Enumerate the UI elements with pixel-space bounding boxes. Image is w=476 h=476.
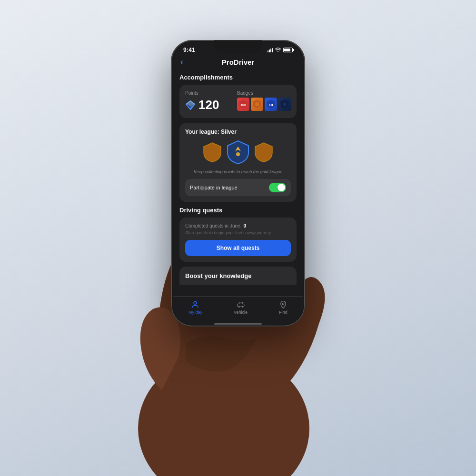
diamond-icon — [185, 100, 196, 110]
location-icon — [279, 300, 288, 309]
battery-icon — [283, 48, 293, 52]
phone-screen: 9:41 — [173, 42, 303, 325]
badge-item: 10 — [265, 98, 277, 111]
svg-point-9 — [236, 152, 240, 156]
quests-card: Completed quests in June: 0 Start quests… — [179, 218, 297, 262]
points-value: 120 — [198, 98, 219, 112]
bottom-nav: My day Vehicle Find — [173, 296, 303, 321]
svg-text:100: 100 — [240, 103, 246, 107]
notch — [214, 40, 262, 53]
nav-find-label: Find — [279, 310, 288, 315]
wifi-icon — [275, 48, 281, 53]
completed-label: Completed quests in June: — [185, 223, 241, 228]
badges-section: Badges 100 — [237, 90, 291, 112]
nav-vehicle-label: Vehicle — [234, 310, 248, 315]
car-icon — [237, 300, 245, 309]
completed-count: 0 — [243, 223, 246, 228]
accomplishments-card: Points 120 — [179, 85, 297, 118]
shield-left — [203, 142, 222, 163]
svg-point-6 — [255, 102, 259, 106]
points-label: Points — [185, 90, 229, 96]
boost-title: Boost your knowledge — [185, 272, 291, 279]
completed-row: Completed quests in June: 0 — [185, 223, 291, 228]
badges-label: Badges — [237, 90, 291, 96]
participate-toggle[interactable] — [269, 183, 286, 192]
participate-label: Participate in league — [190, 185, 238, 190]
quests-title: Driving quests — [179, 207, 297, 214]
league-shields — [185, 140, 291, 165]
participate-row: Participate in league — [185, 179, 291, 196]
quest-hint: Start quests to begin your fuel saving j… — [185, 230, 291, 235]
badge-item: 100 — [237, 98, 249, 111]
scroll-content: Accomplishments Points — [173, 70, 303, 296]
home-indicator — [214, 323, 262, 325]
shield-right — [254, 142, 273, 163]
league-card: Your league: Silver — [179, 123, 297, 202]
app-header: ‹ ProDriver — [173, 55, 303, 70]
accomplishments-title: Accomplishments — [179, 74, 297, 81]
svg-point-14 — [282, 303, 284, 305]
svg-text:10: 10 — [269, 103, 273, 107]
league-hint: Keep collecting points to reach the gold… — [185, 169, 291, 174]
boost-section: Boost your knowledge — [179, 267, 297, 285]
badge-item — [278, 98, 291, 111]
status-time: 9:41 — [183, 47, 195, 53]
signal-icon — [268, 48, 273, 52]
svg-point-10 — [194, 301, 197, 304]
back-button[interactable]: ‹ — [180, 57, 183, 67]
status-icons — [268, 48, 293, 53]
show-quests-button[interactable]: Show all quests — [185, 240, 291, 256]
svg-point-13 — [242, 306, 243, 307]
svg-point-8 — [283, 102, 287, 106]
nav-my-day[interactable]: My day — [188, 300, 202, 315]
nav-vehicle[interactable]: Vehicle — [234, 300, 248, 315]
phone-frame: 9:41 — [171, 40, 305, 326]
nav-my-day-label: My day — [188, 310, 202, 315]
league-title: Your league: Silver — [185, 129, 291, 135]
svg-point-12 — [238, 306, 239, 307]
nav-find[interactable]: Find — [279, 300, 288, 315]
person-icon — [191, 300, 199, 309]
shield-center — [227, 140, 249, 165]
badge-item — [251, 98, 263, 111]
app-title: ProDriver — [222, 58, 254, 66]
points-section: Points 120 — [185, 90, 229, 112]
badges-row: 100 — [237, 98, 291, 111]
